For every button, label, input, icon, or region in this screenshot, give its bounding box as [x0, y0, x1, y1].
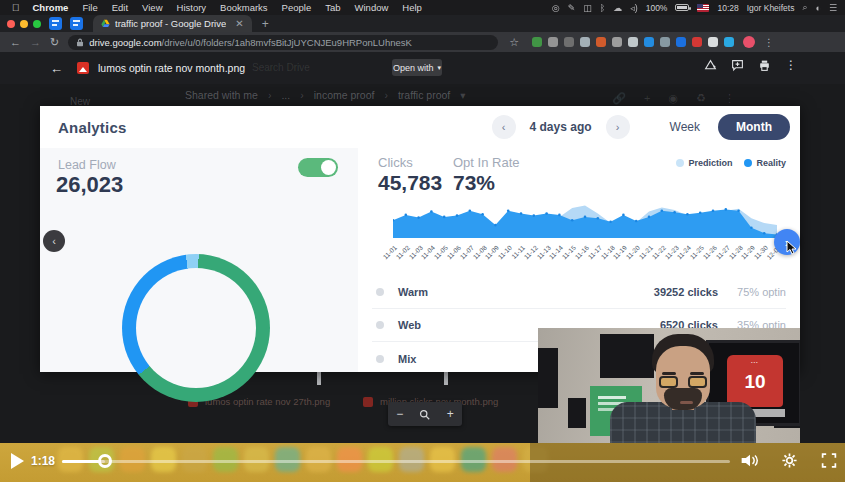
- reality-point: [737, 210, 740, 213]
- menubar-clock[interactable]: 10:28: [717, 3, 738, 13]
- menubar-status-area: ◎ ✎ ◫ ᛒ ☁ ◃) 100% 10:28 Igor Kheifets ⌕ …: [552, 2, 837, 13]
- bluetooth-icon[interactable]: ᛒ: [600, 3, 605, 13]
- extension-icon[interactable]: [596, 37, 606, 47]
- pinned-tab-icon[interactable]: [70, 17, 83, 30]
- new-tab-button[interactable]: +: [262, 17, 269, 31]
- settings-gear-button[interactable]: [781, 452, 798, 469]
- source-label: Web: [398, 319, 421, 331]
- menu-item-people[interactable]: People: [282, 2, 312, 13]
- month-tab[interactable]: Month: [718, 114, 790, 140]
- close-window-button[interactable]: [7, 20, 15, 28]
- extension-icon[interactable]: [564, 37, 574, 47]
- extension-icon[interactable]: [644, 37, 654, 47]
- fullscreen-button[interactable]: [820, 452, 838, 469]
- reality-point: [750, 227, 753, 230]
- apple-menu-icon[interactable]: : [12, 2, 20, 13]
- tab-close-icon[interactable]: ✕: [235, 18, 243, 29]
- bookmark-star-icon[interactable]: ☆: [509, 37, 519, 48]
- zoom-search-icon[interactable]: [419, 409, 430, 420]
- volume-button[interactable]: [740, 452, 760, 469]
- display-icon[interactable]: ◫: [583, 3, 592, 13]
- reality-point: [635, 220, 638, 223]
- extension-icon[interactable]: [692, 37, 702, 47]
- extension-icon[interactable]: [676, 37, 686, 47]
- open-with-button[interactable]: Open with▾: [392, 59, 442, 76]
- lead-flow-toggle[interactable]: [298, 158, 338, 177]
- print-icon[interactable]: [758, 59, 771, 72]
- extension-icon[interactable]: [724, 37, 734, 47]
- reality-point: [686, 213, 689, 216]
- extension-icon[interactable]: [708, 37, 718, 47]
- menu-item-window[interactable]: Window: [355, 2, 389, 13]
- source-label: Warm: [398, 286, 428, 298]
- menubar-user[interactable]: Igor Kheifets: [747, 3, 795, 13]
- menu-item-chrome[interactable]: Chrome: [33, 2, 69, 13]
- breadcrumb-separator: ›: [300, 89, 304, 101]
- volume-icon[interactable]: ◃): [630, 3, 638, 13]
- reality-point: [622, 214, 625, 217]
- legend-item-reality: Reality: [744, 158, 786, 168]
- reality-point: [648, 216, 651, 219]
- preview-file-name: lumos optin rate nov month.png: [98, 62, 245, 74]
- extension-icon[interactable]: [548, 37, 558, 47]
- menu-item-tab[interactable]: Tab: [325, 2, 340, 13]
- screen:  ChromeFileEditViewHistoryBookmarksPeop…: [0, 0, 845, 482]
- reload-button[interactable]: ↻: [50, 37, 59, 48]
- extension-icon[interactable]: [612, 37, 622, 47]
- lock-icon: [76, 38, 84, 47]
- share-icon: +: [644, 92, 650, 105]
- video-player-bar: 1:18: [0, 443, 845, 482]
- extension-icon[interactable]: [660, 37, 670, 47]
- extension-icon[interactable]: [628, 37, 638, 47]
- zoom-window-button[interactable]: [33, 20, 41, 28]
- pen-icon[interactable]: ✎: [568, 3, 576, 13]
- progress-thumb[interactable]: [98, 454, 112, 468]
- period-label: 4 days ago: [530, 120, 592, 134]
- add-comment-icon[interactable]: [731, 59, 744, 72]
- zoom-in-button[interactable]: +: [447, 408, 454, 420]
- back-button[interactable]: ←: [10, 37, 21, 48]
- address-bar[interactable]: drive.google.com/drive/u/0/folders/1ah8m…: [68, 35, 498, 50]
- screen-record-icon[interactable]: ◎: [552, 3, 560, 13]
- menu-item-edit[interactable]: Edit: [112, 2, 128, 13]
- active-tab[interactable]: traffic proof - Google Drive ✕: [93, 15, 252, 32]
- breadcrumb-item[interactable]: Shared with me: [185, 89, 258, 101]
- period-next-button[interactable]: ›: [606, 115, 630, 139]
- notification-center-icon[interactable]: ☰: [829, 3, 837, 13]
- spotlight-search-icon[interactable]: ⌕: [802, 2, 807, 13]
- keyboard-flag-icon[interactable]: [697, 4, 709, 12]
- chrome-menu-icon[interactable]: ⋮: [764, 37, 774, 48]
- extension-icon[interactable]: [580, 37, 590, 47]
- forward-button[interactable]: →: [30, 37, 41, 48]
- menu-item-view[interactable]: View: [142, 2, 162, 13]
- preview-back-icon[interactable]: ←: [50, 61, 63, 76]
- siri-icon[interactable]: ◐: [815, 3, 820, 13]
- preview-more-icon[interactable]: ⋮: [785, 58, 797, 72]
- menu-item-bookmarks[interactable]: Bookmarks: [220, 2, 268, 13]
- wifi-icon[interactable]: ☁: [613, 3, 622, 13]
- minimize-window-button[interactable]: [20, 20, 28, 28]
- menu-item-file[interactable]: File: [82, 2, 97, 13]
- person-mouth: [680, 401, 693, 404]
- source-row-warm[interactable]: Warm39252 clicks75% optin: [372, 276, 786, 309]
- breadcrumb-item[interactable]: income proof: [314, 89, 375, 101]
- progress-bar[interactable]: [62, 460, 730, 463]
- eyebrow: [690, 372, 704, 375]
- menu-item-history[interactable]: History: [177, 2, 207, 13]
- menu-item-help[interactable]: Help: [402, 2, 422, 13]
- period-prev-button[interactable]: ‹: [492, 115, 516, 139]
- traffic-area-chart: [393, 204, 777, 238]
- toggle-knob: [321, 160, 336, 175]
- profile-avatar[interactable]: [743, 36, 755, 48]
- add-shortcut-icon[interactable]: [704, 59, 717, 72]
- week-tab[interactable]: Week: [670, 120, 700, 134]
- breadcrumb-item[interactable]: traffic proof: [398, 89, 450, 101]
- previous-file-button[interactable]: ‹: [43, 230, 65, 252]
- play-button[interactable]: [11, 453, 24, 469]
- clicks-stat: Clicks 45,783: [378, 155, 442, 195]
- breadcrumb-item[interactable]: ...: [281, 89, 290, 101]
- extension-icon[interactable]: [532, 37, 542, 47]
- reality-point: [673, 211, 676, 214]
- zoom-out-button[interactable]: −: [396, 408, 403, 420]
- pinned-tab-icon[interactable]: [49, 17, 62, 30]
